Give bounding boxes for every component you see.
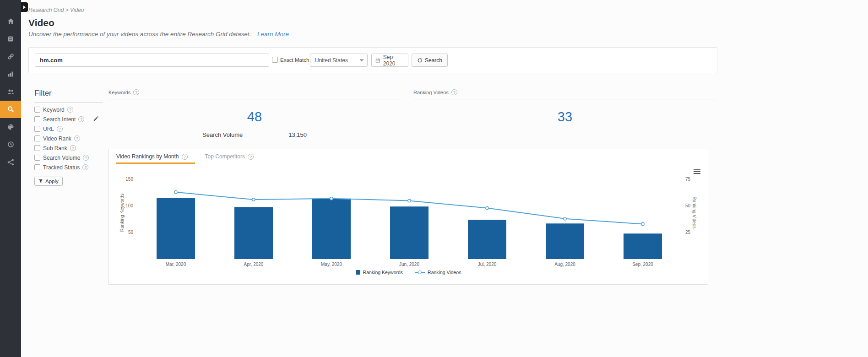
sidebar-item-analytics[interactable] [0, 65, 21, 83]
month-picker[interactable]: Sep 2020 [371, 54, 408, 67]
bar[interactable] [157, 198, 195, 259]
domain-search-input[interactable] [35, 54, 269, 67]
help-icon[interactable] [451, 89, 457, 95]
tab-top-competitors[interactable]: Top Competitors [205, 149, 261, 164]
bar-series-swatch [356, 270, 360, 275]
home-icon [7, 17, 15, 25]
keywords-header: Keywords [108, 89, 401, 99]
brand-icon [7, 123, 15, 131]
ranking-videos-panel: Ranking Videos 33 [413, 89, 716, 124]
bar[interactable] [546, 223, 584, 259]
keywords-count[interactable]: 48 [108, 109, 401, 124]
funnel-icon [38, 179, 43, 184]
sidebar-item-brand[interactable] [0, 118, 21, 136]
search-icon [7, 105, 15, 113]
filter-row-sub-rank: Sub Rank [34, 145, 103, 151]
bar[interactable] [234, 207, 273, 259]
chevron-down-icon [360, 59, 363, 61]
help-icon[interactable] [78, 116, 84, 122]
learn-more-link[interactable]: Learn More [257, 31, 289, 38]
line-marker[interactable] [641, 222, 644, 225]
exact-match-label: Exact Match [280, 57, 309, 63]
line-marker[interactable] [174, 191, 177, 194]
search-volume-label: Search Volume [202, 131, 243, 138]
right-axis-tick: 25 [685, 230, 691, 235]
search-button-label: Search [425, 57, 442, 64]
filter-search-intent-checkbox[interactable] [34, 116, 40, 122]
calendar-icon [375, 58, 380, 63]
legend-item-ranking-videos[interactable]: Ranking Videos [415, 270, 461, 275]
legend-item-ranking-keywords[interactable]: Ranking Keywords [356, 270, 403, 275]
x-axis-label: Aug, 2020 [554, 262, 575, 267]
left-axis-tick: 150 [125, 177, 133, 182]
tab-video-rankings-label: Video Rankings by Month [116, 153, 179, 160]
line-marker[interactable] [330, 197, 333, 200]
breadcrumb[interactable]: Research Grid > Video [28, 7, 84, 13]
bar[interactable] [624, 233, 662, 259]
filter-keyword-checkbox[interactable] [34, 107, 40, 113]
sidebar-item-audience[interactable] [0, 83, 21, 101]
bar[interactable] [390, 206, 429, 259]
sidebar-collapse-toggle[interactable] [21, 2, 28, 12]
filter-tracked-status-checkbox[interactable] [34, 164, 40, 170]
filter-search-volume-checkbox[interactable] [34, 155, 40, 161]
legend-ranking-videos-label: Ranking Videos [428, 270, 461, 275]
filter-row-search-intent: Search Intent [34, 116, 103, 122]
chevron-right-icon [23, 5, 26, 9]
page-subtitle-text: Uncover the performance of your videos a… [28, 31, 251, 38]
help-icon[interactable] [82, 164, 88, 170]
legend-ranking-keywords-label: Ranking Keywords [363, 270, 403, 275]
help-icon[interactable] [182, 154, 188, 160]
help-icon[interactable] [57, 126, 63, 132]
keywords-panel: Keywords 48 Search Volume 13,150 [108, 89, 401, 138]
help-icon[interactable] [133, 89, 139, 95]
links-icon [7, 53, 15, 60]
help-icon[interactable] [74, 135, 80, 141]
analytics-icon [7, 70, 14, 78]
filter-title: Filter [34, 89, 103, 103]
sidebar-item-home[interactable] [0, 12, 21, 30]
sidebar-item-links[interactable] [0, 48, 21, 65]
pencil-icon [93, 116, 99, 122]
filter-url-checkbox[interactable] [34, 126, 40, 132]
sidebar [0, 0, 21, 357]
filter-sub-rank-checkbox[interactable] [34, 145, 40, 151]
filter-keyword-label: Keyword [43, 107, 65, 113]
left-axis-tick: 100 [125, 203, 133, 208]
ranking-videos-count[interactable]: 33 [413, 109, 716, 124]
filter-row-keyword: Keyword [34, 107, 103, 113]
line-marker[interactable] [564, 217, 566, 220]
month-picker-value: Sep 2020 [383, 54, 404, 67]
chart-menu-button[interactable] [694, 169, 700, 174]
line-marker[interactable] [486, 206, 488, 209]
left-axis-tick: 50 [128, 230, 134, 235]
hamburger-icon [694, 169, 700, 170]
bar[interactable] [468, 220, 506, 259]
tab-video-rankings-by-month[interactable]: Video Rankings by Month [116, 149, 195, 164]
edit-search-intent-button[interactable] [93, 116, 99, 123]
exact-match-checkbox[interactable] [272, 57, 278, 63]
bar[interactable] [312, 199, 351, 259]
search-button[interactable]: Search [412, 54, 448, 67]
sidebar-item-search[interactable] [0, 101, 21, 119]
page-title: Video [28, 17, 54, 28]
help-icon[interactable] [248, 154, 254, 160]
sidebar-item-reports[interactable] [0, 30, 21, 48]
keywords-header-label: Keywords [108, 90, 130, 95]
filter-video-rank-checkbox[interactable] [34, 135, 40, 141]
x-axis-label: Mar, 2020 [166, 262, 186, 267]
sidebar-item-history[interactable] [0, 136, 21, 154]
line-marker[interactable] [252, 198, 255, 201]
help-icon[interactable] [83, 155, 89, 161]
filter-url-label: URL [43, 126, 54, 132]
line-marker[interactable] [408, 199, 411, 202]
filter-sub-rank-label: Sub Rank [43, 145, 67, 151]
help-icon[interactable] [70, 145, 76, 151]
country-select[interactable]: United States [310, 54, 368, 67]
chart-card: Video Rankings by Month Top Competitors … [108, 149, 708, 285]
exact-match-option: Exact Match [272, 57, 309, 63]
filter-row-tracked-status: Tracked Status [34, 164, 103, 170]
help-icon[interactable] [67, 107, 73, 113]
apply-filters-button[interactable]: Apply [34, 177, 63, 186]
sidebar-item-network[interactable] [0, 153, 21, 171]
